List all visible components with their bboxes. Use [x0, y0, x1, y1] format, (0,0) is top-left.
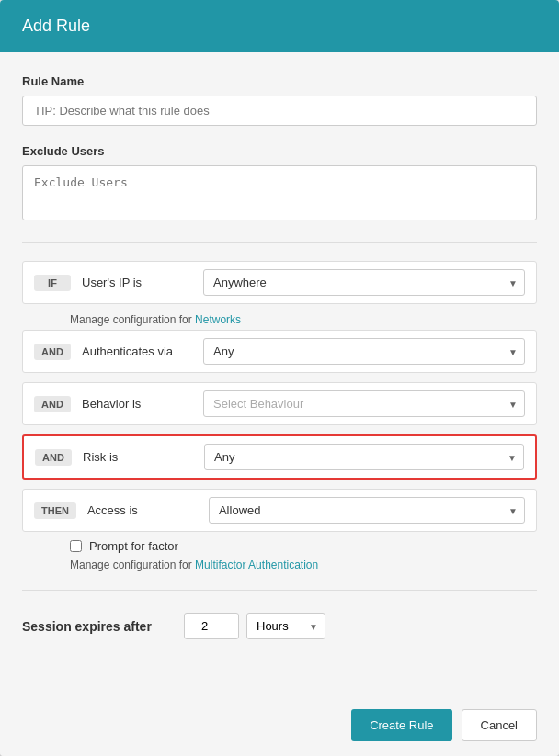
mfa-manage-link-row: Manage configuration for Multifactor Aut… [22, 559, 537, 571]
risk-select[interactable]: Any Low Medium High [204, 444, 524, 470]
modal: Add Rule Rule Name Exclude Users IF User… [0, 0, 559, 756]
rule-name-group: Rule Name [22, 74, 537, 126]
divider-1 [22, 242, 537, 243]
badge-and-behavior: AND [34, 396, 71, 412]
condition-label-behavior: Behavior is [82, 397, 192, 411]
then-label: Access is [87, 503, 198, 517]
mfa-link[interactable]: Multifactor Authentication [195, 559, 318, 571]
auth-select[interactable]: Any Password MFA [203, 338, 525, 365]
condition-label-auth: Authenticates via [82, 344, 192, 358]
condition-row-auth: AND Authenticates via Any Password MFA ▼ [22, 330, 537, 373]
session-unit-wrapper: Hours Minutes Days ▼ [246, 613, 325, 639]
modal-title: Add Rule [22, 17, 537, 36]
session-section: Session expires after Hours Minutes Days… [22, 613, 537, 639]
auth-select-wrapper: Any Password MFA ▼ [203, 338, 525, 365]
modal-header: Add Rule [0, 0, 559, 52]
ip-manage-link-row: Manage configuration for Networks [22, 313, 537, 326]
behavior-select[interactable]: Select Behaviour Normal Anomalous [203, 390, 525, 417]
divider-2 [22, 590, 537, 591]
create-rule-button[interactable]: Create Rule [351, 709, 451, 741]
modal-body: Rule Name Exclude Users IF User's IP is … [0, 52, 559, 694]
badge-if: IF [34, 275, 71, 291]
access-select[interactable]: Allowed Denied Challenged [209, 497, 525, 524]
prompt-label: Prompt for factor [89, 539, 178, 553]
condition-row-ip: IF User's IP is Anywhere Specific Networ… [22, 261, 537, 304]
networks-link[interactable]: Networks [195, 313, 241, 326]
ip-manage-prefix: Manage configuration for [70, 313, 195, 326]
ip-select-wrapper: Anywhere Specific Networks ▼ [203, 269, 525, 296]
exclude-users-input[interactable] [22, 165, 537, 220]
cancel-button[interactable]: Cancel [462, 709, 537, 741]
session-label: Session expires after [22, 619, 169, 634]
rule-name-label: Rule Name [22, 74, 537, 88]
exclude-users-label: Exclude Users [22, 144, 537, 158]
ip-select[interactable]: Anywhere Specific Networks [203, 269, 525, 296]
risk-select-wrapper: Any Low Medium High ▼ [204, 444, 524, 470]
then-row: THEN Access is Allowed Denied Challenged… [22, 489, 537, 532]
behavior-select-wrapper: Select Behaviour Normal Anomalous ▼ [203, 390, 525, 417]
condition-row-behavior: AND Behavior is Select Behaviour Normal … [22, 382, 537, 425]
session-inputs: Hours Minutes Days ▼ [184, 613, 325, 639]
access-select-wrapper: Allowed Denied Challenged ▼ [209, 497, 525, 524]
badge-and-risk: AND [35, 449, 72, 466]
badge-then: THEN [34, 502, 76, 519]
exclude-users-group: Exclude Users [22, 144, 537, 223]
mfa-manage-prefix: Manage configuration for [70, 559, 195, 571]
badge-and-auth: AND [34, 344, 71, 360]
condition-label-ip: User's IP is [82, 276, 192, 289]
session-unit-select[interactable]: Hours Minutes Days [246, 613, 325, 639]
session-number-input[interactable] [184, 613, 239, 639]
condition-row-risk: AND Risk is Any Low Medium High ▼ [22, 434, 537, 480]
modal-footer: Create Rule Cancel [0, 694, 559, 756]
rules-section: IF User's IP is Anywhere Specific Networ… [22, 261, 537, 480]
condition-label-risk: Risk is [83, 450, 193, 464]
prompt-checkbox[interactable] [70, 540, 82, 552]
rule-name-input[interactable] [22, 96, 537, 126]
then-section: THEN Access is Allowed Denied Challenged… [22, 489, 537, 571]
prompt-row: Prompt for factor [22, 539, 537, 553]
